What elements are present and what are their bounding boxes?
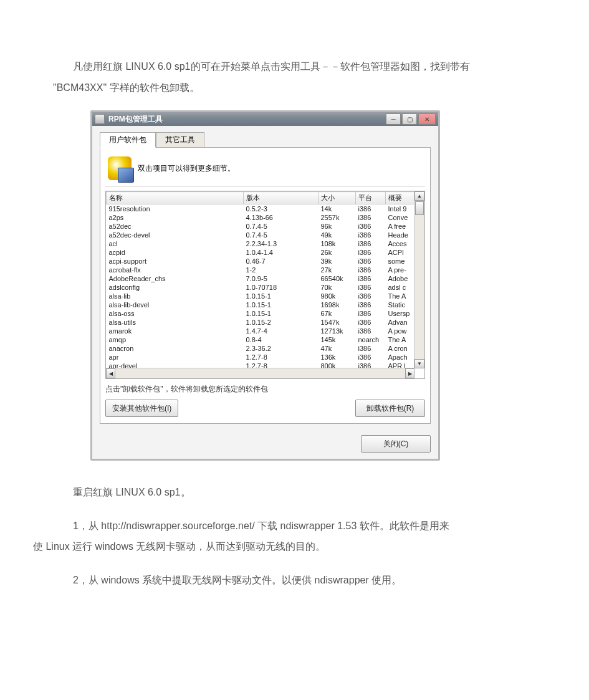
uninstall-button[interactable]: 卸载软件包(R) [355,400,425,417]
table-cell: i386 [356,300,386,309]
table-row[interactable]: amarok1.4.7-412713ki386A pow [107,327,424,335]
table-cell: i386 [356,257,386,266]
close-footer-button[interactable]: 关闭(C) [361,435,431,453]
table-cell: i386 [356,344,386,353]
table-cell: 136k [318,353,356,362]
vertical-scrollbar[interactable]: ▲ ▼ [414,191,424,368]
table-row[interactable]: a52dec0.7.4-596ki386A free [107,222,424,231]
horizontal-scrollbar[interactable]: ◀ ▶ [106,368,414,378]
table-cell: alsa-lib-devel [107,300,244,309]
table-cell: adslconfig [107,283,244,292]
table-cell: a2ps [107,213,244,222]
table-row[interactable]: adslconfig1.0-7071870ki386adsl c [107,283,424,292]
table-cell: 70k [318,283,356,292]
table-row[interactable]: acpid1.0.4-1.426ki386ACPI [107,248,424,257]
table-cell: acpid [107,248,244,257]
hint-row: 双击项目可以得到更多细节。 [105,154,425,187]
table-cell: i386 [356,239,386,248]
table-cell: i386 [356,274,386,283]
table-row[interactable]: alsa-oss1.0.15-167ki386Usersp [107,309,424,318]
step-2: 2，从 windows 系统中提取无线网卡驱动文件。以便供 ndiswrappe… [53,570,536,591]
col-name[interactable]: 名称 [107,192,244,204]
table-cell: i386 [356,353,386,362]
table-row[interactable]: amqp0.8-4145knoarchThe A [107,335,424,344]
button-row: 安装其他软件包(I) 卸载软件包(R) [105,400,425,417]
table-cell: 14k [318,204,356,214]
scroll-up-icon[interactable]: ▲ [414,191,424,201]
table-cell: acpi-support [107,257,244,266]
table-cell: 145k [318,335,356,344]
close-button[interactable]: ✕ [418,113,436,125]
table-cell: 915resolution [107,204,244,214]
table-cell: i386 [356,327,386,335]
table-row[interactable]: apr1.2.7-8136ki386Apach [107,353,424,362]
table-row[interactable]: a2ps4.13b-662557ki386Conve [107,213,424,222]
window-titlebar[interactable]: RPM包管理工具 ─ ▢ ✕ [92,112,438,126]
table-row[interactable]: alsa-lib-devel1.0.15-11698ki386Static [107,300,424,309]
tab-strip: 用户软件包 其它工具 [100,132,431,148]
table-cell: 1.0.15-1 [244,292,318,300]
table-cell: 0.5.2-3 [244,204,318,214]
col-platform[interactable]: 平台 [356,192,386,204]
col-size[interactable]: 大小 [318,192,356,204]
table-cell: 1.0.15-1 [244,300,318,309]
table-cell: 1.0.15-2 [244,318,318,327]
tab-other-tools[interactable]: 其它工具 [156,132,204,148]
table-cell: 39k [318,257,356,266]
col-version[interactable]: 版本 [244,192,318,204]
table-cell: alsa-utils [107,318,244,327]
table-row[interactable]: acrobat-flx1-227ki386A pre- [107,266,424,274]
scroll-thumb[interactable] [415,201,424,215]
table-cell: i386 [356,248,386,257]
scroll-down-icon[interactable]: ▼ [414,359,424,368]
table-cell: 0.7.4-5 [244,231,318,239]
table-cell: 1.0-70718 [244,283,318,292]
table-cell: noarch [356,335,386,344]
table-cell: a52dec [107,222,244,231]
table-cell: 47k [318,344,356,353]
table-row[interactable]: anacron2.3-36.247ki386A cron [107,344,424,353]
package-icon [108,156,132,180]
table-cell: 1.4.7-4 [244,327,318,335]
table-cell: 27k [318,266,356,274]
intro-text-2: "BCM43XX" 字样的软件包卸载。 [53,82,199,93]
table-cell: 4.13b-66 [244,213,318,222]
table-row[interactable]: 915resolution0.5.2-314ki386Intel 9 [107,204,424,214]
step-1b: 使 Linux 运行 windows 无线网卡驱动，从而达到驱动无线的目的。 [33,536,325,557]
uninstall-hint: 点击"卸载软件包"，软件将卸载您所选定的软件包 [105,384,425,395]
table-cell: 980k [318,292,356,300]
table-cell: i386 [356,231,386,239]
table-cell: alsa-oss [107,309,244,318]
maximize-button[interactable]: ▢ [402,113,417,125]
table-cell: i386 [356,292,386,300]
table-cell: amarok [107,327,244,335]
table-cell: 1698k [318,300,356,309]
table-row[interactable]: alsa-lib1.0.15-1980ki386The A [107,292,424,300]
package-table: 名称 版本 大小 平台 概要 915resolution0.5.2-314ki3… [106,191,424,370]
tab-user-packages[interactable]: 用户软件包 [100,132,156,148]
table-cell: i386 [356,318,386,327]
table-cell: 1.0.15-1 [244,309,318,318]
step-1: 1，从 http://ndiswrapper.sourceforge.net/ … [53,515,536,557]
minimize-button[interactable]: ─ [386,113,401,125]
table-cell: 1.0.4-1.4 [244,248,318,257]
table-row[interactable]: acl2.2.34-1.3108ki386Acces [107,239,424,248]
window-icon [95,114,105,124]
table-row[interactable]: AdobeReader_chs7.0.9-566540ki386Adobe [107,274,424,283]
table-cell: apr [107,353,244,362]
table-header-row: 名称 版本 大小 平台 概要 [107,192,424,204]
table-row[interactable]: a52dec-devel0.7.4-549ki386Heade [107,231,424,239]
step-1a: 1，从 http://ndiswrapper.sourceforge.net/ … [73,520,449,531]
table-cell: i386 [356,222,386,231]
table-row[interactable]: acpi-support0.46-739ki386some [107,257,424,266]
window-buttons: ─ ▢ ✕ [386,113,436,125]
table-cell: acl [107,239,244,248]
table-row[interactable]: alsa-utils1.0.15-21547ki386Advan [107,318,424,327]
table-cell: 0.8-4 [244,335,318,344]
install-other-button[interactable]: 安装其他软件包(I) [105,400,178,417]
scroll-left-icon[interactable]: ◀ [106,368,115,378]
window-footer: 关闭(C) [92,430,438,459]
scroll-right-icon[interactable]: ▶ [405,368,414,378]
table-cell: 2557k [318,213,356,222]
table-cell: i386 [356,283,386,292]
